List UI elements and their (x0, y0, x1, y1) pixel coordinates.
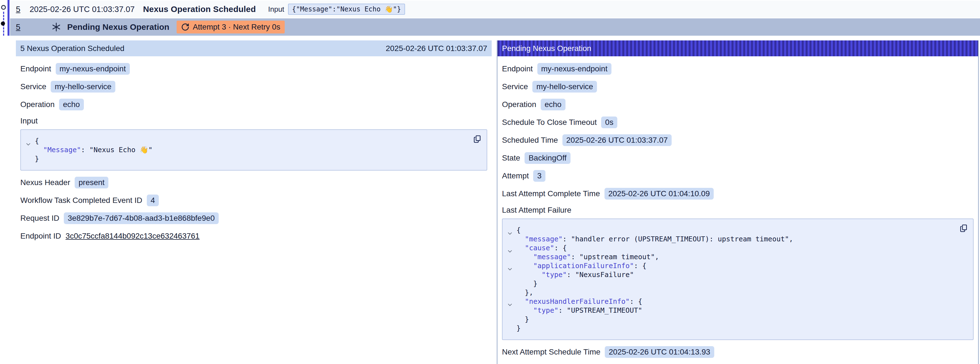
json-key: "type" (533, 306, 558, 315)
collapse-chevron-icon[interactable] (506, 244, 517, 252)
field-attempt: Attempt3 (502, 170, 974, 182)
event-title: Nexus Operation Scheduled (143, 5, 256, 14)
code-text: "message": "upstream timeout", (517, 252, 659, 262)
field-nexus-header: Nexus Headerpresent (20, 177, 487, 188)
json-plain: : { (634, 262, 646, 270)
field-label-endpoint-id: Endpoint ID (20, 231, 61, 241)
field-last-attempt-failure: Last Attempt Failure{"message": "handler… (502, 206, 974, 340)
field-endpoint: Endpointmy-nexus-endpoint (502, 63, 974, 75)
field-value-badge-scheduled-time: 2025-02-26 UTC 01:03:37.07 (562, 134, 671, 146)
code-line: "type": "NexusFailure" (506, 270, 953, 279)
json-key: "Message" (43, 146, 81, 154)
code-text: }, (517, 288, 533, 297)
field-value-badge-last-attempt-complete-time: 2025-02-26 UTC 01:04:10.09 (605, 188, 714, 200)
field-label-last-attempt-failure: Last Attempt Failure (502, 206, 974, 215)
pending-id-link[interactable]: 5 (16, 22, 20, 32)
code-gutter (506, 235, 517, 244)
event-detail-panel-body: Endpointmy-nexus-endpointServicemy-hello… (16, 56, 492, 256)
json-plain: } (517, 324, 521, 332)
field-endpoint: Endpointmy-nexus-endpoint (20, 63, 487, 75)
code-gutter (506, 315, 517, 324)
timeline-event-marker-icon (1, 5, 6, 10)
field-workflow-task-completed-event-id: Workflow Task Completed Event ID4 (20, 195, 487, 206)
event-detail-panel: 5 Nexus Operation Scheduled 2025-02-26 U… (16, 40, 492, 256)
field-label-endpoint: Endpoint (502, 64, 533, 73)
field-value-badge-service: my-hello-service (532, 81, 597, 93)
field-value-badge-endpoint: my-nexus-endpoint (56, 63, 130, 75)
field-label-schedule-to-close-timeout: Schedule To Close Timeout (502, 118, 597, 127)
event-id-link[interactable]: 5 (16, 5, 20, 14)
json-plain: } (525, 315, 529, 323)
code-gutter (506, 279, 517, 288)
field-label-input: Input (20, 117, 487, 125)
field-value-badge-service: my-hello-service (51, 81, 115, 93)
code-gutter (25, 145, 35, 155)
pending-nexus-operation-row[interactable]: 5 Pending Nexus Operation Attempt 3 · Ne… (10, 18, 980, 36)
field-label-next-attempt-schedule-time: Next Attempt Schedule Time (502, 348, 600, 356)
json-plain: { (35, 137, 39, 145)
collapse-chevron-icon[interactable] (506, 262, 517, 270)
collapse-chevron-icon[interactable] (506, 297, 517, 306)
field-label-request-id: Request ID (20, 214, 59, 223)
pending-title: Pending Nexus Operation (67, 22, 169, 32)
collapse-chevron-icon[interactable] (506, 226, 517, 235)
field-value-link-endpoint-id[interactable]: 3c0c75ccfa8144b092c13ce632463761 (65, 231, 199, 241)
field-scheduled-time: Scheduled Time2025-02-26 UTC 01:03:37.07 (502, 134, 974, 146)
retry-icon (181, 23, 189, 31)
field-label-scheduled-time: Scheduled Time (502, 136, 558, 145)
code-gutter (506, 306, 517, 315)
timeline-rail-bar (8, 0, 10, 36)
code-line: "applicationFailureInfo": { (506, 262, 953, 270)
field-label-attempt: Attempt (502, 171, 529, 180)
retry-badge-text: Attempt 3 · Next Retry 0s (193, 22, 280, 32)
code-line: "message": "handler error (UPSTREAM_TIME… (506, 235, 953, 244)
field-value-badge-endpoint: my-nexus-endpoint (537, 63, 611, 75)
field-value-badge-next-attempt-schedule-time: 2025-02-26 UTC 01:04:13.93 (605, 346, 714, 358)
code-gutter (506, 252, 517, 262)
event-row-nexus-operation-scheduled[interactable]: 5 2025-02-26 UTC 01:03:37.07 Nexus Opera… (10, 0, 980, 18)
event-detail-panel-time: 2025-02-26 UTC 01:03:37.07 (386, 44, 487, 53)
field-service: Servicemy-hello-service (502, 81, 974, 93)
code-text: { (35, 137, 39, 145)
json-plain: : "NexusFailure" (567, 271, 634, 279)
code-line: }, (506, 288, 953, 297)
field-label-last-attempt-complete-time: Last Attempt Complete Time (502, 189, 600, 198)
pending-operation-panel-body: Endpointmy-nexus-endpointServicemy-hello… (498, 56, 978, 364)
field-value-badge-operation: echo (59, 99, 84, 110)
field-value-badge-attempt: 3 (533, 170, 546, 182)
field-state: StateBackingOff (502, 152, 974, 164)
code-line: "message": "upstream timeout", (506, 252, 953, 262)
field-label-operation: Operation (20, 100, 55, 109)
pending-asterisk-icon (51, 22, 61, 32)
code-line: "cause": { (506, 244, 953, 252)
field-request-id: Request ID3e829b7e-7d67-4b08-aad3-b1e868… (20, 212, 487, 224)
code-line: } (506, 324, 953, 333)
field-value-badge-nexus-header: present (75, 177, 108, 188)
code-text: { (517, 226, 521, 235)
field-value-badge-workflow-task-completed-event-id: 4 (147, 195, 159, 206)
field-label-endpoint: Endpoint (20, 64, 51, 73)
collapse-chevron-icon[interactable] (25, 137, 35, 145)
field-label-service: Service (502, 82, 528, 91)
copy-icon[interactable] (959, 224, 969, 233)
code-gutter (506, 270, 517, 279)
json-key: "message" (525, 235, 562, 243)
json-key: "nexusHandlerFailureInfo" (525, 297, 630, 305)
event-input-label: Input (268, 5, 285, 14)
code-text: "Message": "Nexus Echo 👋" (35, 145, 153, 155)
field-last-attempt-complete-time: Last Attempt Complete Time2025-02-26 UTC… (502, 188, 974, 200)
json-plain: : { (554, 244, 566, 252)
json-key: "applicationFailureInfo" (533, 262, 634, 270)
field-value-badge-schedule-to-close-timeout: 0s (601, 117, 617, 128)
field-label-state: State (502, 153, 520, 163)
field-operation: Operationecho (502, 99, 974, 110)
field-schedule-to-close-timeout: Schedule To Close Timeout0s (502, 117, 974, 128)
code-text: } (35, 155, 39, 163)
field-operation: Operationecho (20, 99, 487, 110)
field-label-operation: Operation (502, 100, 536, 109)
json-key: "type" (541, 271, 566, 279)
event-timestamp: 2025-02-26 UTC 01:03:37.07 (30, 5, 135, 14)
json-code-block-input: {"Message": "Nexus Echo 👋"} (20, 129, 487, 171)
json-plain: } (35, 155, 39, 163)
copy-icon[interactable] (472, 134, 482, 144)
